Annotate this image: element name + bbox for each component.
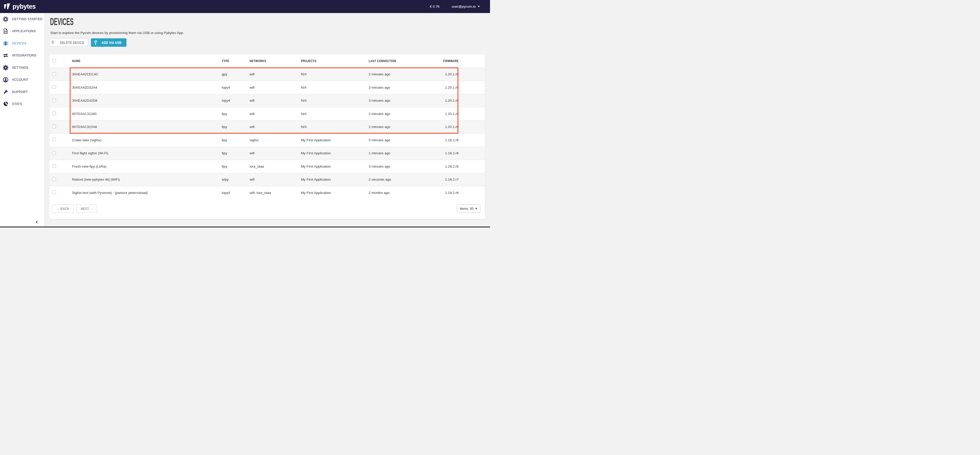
device-firmware: 1.20.1.r0 — [415, 125, 458, 129]
device-projects: My First Application — [301, 191, 369, 195]
device-networks: wifi — [250, 125, 301, 129]
device-networks: wifi — [250, 72, 301, 76]
device-type: wipy — [222, 178, 250, 181]
device-name: 30AEA42D32D8 — [72, 99, 222, 102]
column-header-type[interactable]: TYPE — [222, 59, 250, 63]
table-row[interactable]: Crater-lake (sigfox) fipy sigfox My Firs… — [49, 134, 485, 146]
row-checkbox[interactable] — [52, 151, 56, 155]
row-checkbox[interactable] — [52, 99, 56, 102]
column-header-firmware[interactable]: FIRMWARE — [415, 59, 458, 63]
row-checkbox[interactable] — [52, 138, 56, 142]
table-row[interactable]: 807D3AC31340 fipy wifi N/A 2 minutes ago… — [49, 107, 485, 120]
device-firmware: 1.18.2.r6 — [415, 151, 458, 155]
person-icon — [3, 77, 8, 83]
arrows-swap-icon — [3, 52, 8, 58]
sidebar-item-support[interactable]: SUPPORT — [0, 86, 44, 98]
pybytes-bolts-icon — [4, 3, 11, 11]
chip-icon — [3, 41, 8, 46]
table-header-row: NAME TYPE NETWORKS PROJECTS LAST CONNECT… — [49, 54, 485, 68]
table-row[interactable]: 30AEA42CEC4C gpy wifi N/A 2 minutes ago … — [49, 68, 485, 81]
items-per-page-dropdown[interactable]: Items: 30 — [457, 204, 480, 213]
account-balance: € 0.76 — [430, 5, 439, 8]
device-firmware: 1.20.1.r0 — [415, 112, 458, 116]
sidebar-item-label: ACCOUNT — [12, 78, 28, 81]
device-last-connection: 3 minutes ago — [369, 164, 415, 169]
device-name: First flight sigfox (Wi-Fi) — [72, 151, 222, 155]
chevron-down-icon — [478, 6, 480, 7]
sidebar-item-label: APPLICATIONS — [12, 29, 35, 33]
next-button[interactable]: NEXT → — [76, 204, 97, 213]
device-last-connection: 3 minutes ago — [369, 99, 415, 102]
table-row[interactable]: 30AEA42D32D8 lopy4 wifi N/A 3 minutes ag… — [49, 94, 485, 107]
sidebar-item-getting-started[interactable]: GETTING STARTED — [0, 13, 44, 25]
device-firmware: 1.18.2.r6 — [415, 191, 458, 195]
chevron-down-icon — [475, 208, 477, 209]
sidebar-item-account[interactable]: ACCOUNT — [0, 74, 44, 86]
sidebar-item-applications[interactable]: APPLICATIONS — [0, 25, 44, 38]
sidebar-item-label: INTEGRATIONS — [12, 54, 36, 57]
code-document-icon — [3, 29, 8, 34]
column-header-name[interactable]: NAME — [72, 59, 222, 63]
devices-table-card: NAME TYPE NETWORKS PROJECTS LAST CONNECT… — [49, 54, 485, 220]
sidebar-item-stats[interactable]: STATS — [0, 98, 44, 110]
sun-icon — [3, 16, 8, 22]
device-firmware: 1.18.2.r6 — [415, 138, 458, 142]
column-header-projects[interactable]: PROJECTS — [301, 59, 369, 63]
device-last-connection: 2 minutes ago — [369, 125, 415, 129]
delete-device-button[interactable]: DELETE DEVICE — [49, 38, 88, 47]
device-type: fipy — [222, 138, 250, 142]
add-via-usb-button[interactable]: ADD VIA USB — [91, 38, 126, 47]
device-name: 807D3AC31340 — [72, 112, 222, 116]
table-row[interactable]: Fresh-new-fipy (LoRa) fipy lora_otaa My … — [49, 160, 485, 173]
row-checkbox[interactable] — [52, 190, 56, 194]
pybytes-logo[interactable]: pybytes — [4, 3, 35, 11]
table-row[interactable]: 807D3AC322A8 fipy wifi N/A 2 minutes ago… — [49, 120, 485, 134]
row-checkbox[interactable] — [52, 177, 56, 181]
logo-text: pybytes — [13, 3, 35, 10]
row-checkbox[interactable] — [52, 72, 56, 76]
table-row[interactable]: First flight sigfox (Wi-Fi) fipy wifi My… — [49, 146, 485, 160]
device-type: lopy4 — [222, 191, 250, 195]
gear-icon — [3, 65, 8, 70]
device-firmware: 1.20.1.r0 — [415, 72, 458, 76]
device-type: lopy4 — [222, 86, 250, 89]
device-last-connection: 2 seconds ago — [369, 178, 415, 181]
row-checkbox[interactable] — [52, 85, 56, 89]
sidebar-item-label: STATS — [12, 102, 22, 106]
select-all-checkbox[interactable] — [52, 59, 56, 63]
usb-icon — [94, 40, 98, 46]
device-type: fipy — [222, 164, 250, 169]
trash-icon — [51, 40, 55, 45]
window-bottom-edge — [0, 227, 490, 228]
row-checkbox[interactable] — [52, 111, 56, 115]
device-last-connection: 2 minutes ago — [369, 72, 415, 76]
row-checkbox[interactable] — [52, 125, 56, 129]
column-header-networks[interactable]: NETWORKS — [250, 59, 301, 63]
device-projects: N/A — [301, 125, 369, 129]
column-header-last-connection[interactable]: LAST CONNECTION — [369, 59, 415, 63]
table-row[interactable]: Sigfox-test (with Pysense) - [pastoor pe… — [49, 186, 485, 199]
back-button[interactable]: ← BACK — [52, 204, 74, 213]
device-firmware: 1.18.2.r7 — [415, 178, 458, 181]
device-last-connection: 1 minutes ago — [369, 151, 415, 155]
toolbar: DELETE DEVICE ADD VIA USB — [49, 38, 126, 47]
pybytes-app: pybytes € 0.76 user@pycom.io — [0, 0, 490, 228]
device-networks: wifi — [250, 86, 301, 89]
device-name: 30AEA42D32A4 — [72, 86, 222, 89]
sidebar-item-integrations[interactable]: INTEGRATIONS — [0, 49, 44, 62]
user-menu[interactable]: user@pycom.io — [452, 5, 480, 8]
device-type: fipy — [222, 151, 250, 155]
page-subtitle: Start to explore the Pycom devices by pr… — [50, 31, 184, 35]
table-row[interactable]: 30AEA42D32A4 lopy4 wifi N/A 3 minutes ag… — [49, 81, 485, 94]
sidebar-item-settings[interactable]: SETTINGS — [0, 62, 44, 74]
device-last-connection: 5 minutes ago — [369, 138, 415, 142]
row-checkbox[interactable] — [52, 164, 56, 168]
add-via-usb-label: ADD VIA USB — [102, 41, 122, 45]
items-per-page-label: Items: 30 — [460, 207, 473, 210]
device-name: Fresh-new-fipy (LoRa) — [72, 164, 222, 169]
table-row[interactable]: Reboot [new pybytes lib] (WiFi) wipy wif… — [49, 173, 485, 186]
device-projects: N/A — [301, 99, 369, 102]
device-name: 807D3AC322A8 — [72, 125, 222, 129]
sidebar-collapse-button[interactable]: ‹ — [36, 219, 38, 225]
sidebar-item-devices[interactable]: DEVICES — [0, 37, 44, 49]
